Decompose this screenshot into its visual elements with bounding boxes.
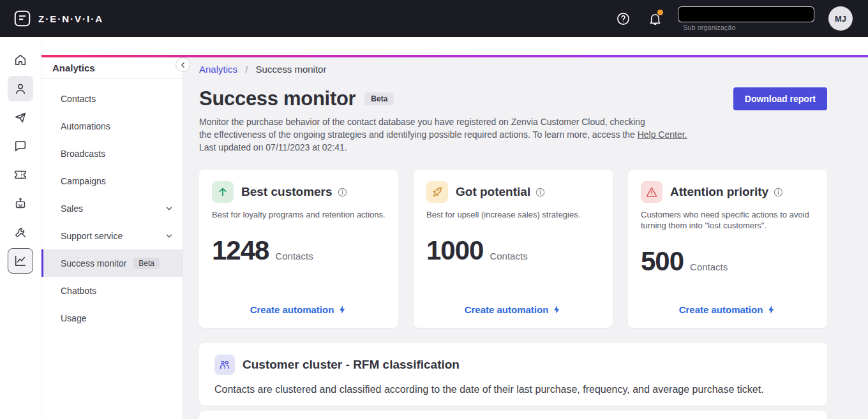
sidebar-item-automations[interactable]: Automations xyxy=(41,112,183,140)
card-value: 500 xyxy=(641,246,684,277)
sidebar-item-support-service[interactable]: Support service xyxy=(41,222,183,249)
info-icon[interactable] xyxy=(774,187,783,197)
card-value: 1248 xyxy=(212,235,269,266)
header-right: Sub organização MJ xyxy=(614,6,853,31)
card-best-customers: Best customers Best for loyalty programs… xyxy=(199,170,398,328)
lightning-bolt-icon xyxy=(552,305,562,314)
title-row: Success monitor Beta Download report xyxy=(199,87,827,110)
last-updated: Last updated on 07/11/2023 at 02:41. xyxy=(199,141,827,154)
help-circle-icon xyxy=(616,11,631,26)
tools-icon xyxy=(13,225,27,239)
chevron-down-icon xyxy=(165,232,174,240)
help-center-link[interactable]: Help Center. xyxy=(638,129,687,140)
chat-icon xyxy=(13,139,27,153)
contacts-icon xyxy=(13,82,27,96)
screen: Z·E·N·V·I·A Sub organização MJ xyxy=(0,0,868,419)
card-value-row: 500 Contacts xyxy=(641,246,814,277)
lightning-bolt-icon xyxy=(767,305,776,314)
rail-item-broadcasts[interactable] xyxy=(8,105,33,130)
sidebar-item-contacts[interactable]: Contacts xyxy=(41,85,183,112)
info-icon[interactable] xyxy=(338,187,347,197)
sidebar-item-label: Contacts xyxy=(61,94,96,104)
page-title: Success monitor xyxy=(199,88,355,110)
card-unit: Contacts xyxy=(275,251,313,261)
card-value: 1000 xyxy=(426,235,483,266)
breadcrumb: Analytics / Success monitor xyxy=(199,64,827,75)
card-attention-priority: Attention priority Customers who need sp… xyxy=(628,170,827,328)
beta-badge: Beta xyxy=(133,258,160,269)
card-title: Best customers xyxy=(241,185,333,199)
rocket-icon xyxy=(426,181,448,203)
right-of-rail: Analytics Contacts Automations Broad xyxy=(41,37,868,419)
page-beta-badge: Beta xyxy=(364,92,394,105)
brand: Z·E·N·V·I·A xyxy=(13,9,103,28)
create-automation-link[interactable]: Create automation xyxy=(250,304,348,315)
card-value-row: 1000 Contacts xyxy=(426,235,600,266)
help-button[interactable] xyxy=(614,10,632,27)
sidebar-item-label: Sales xyxy=(61,203,83,214)
chevron-down-icon xyxy=(165,204,174,213)
sidebar-item-label: Success monitor xyxy=(61,258,126,268)
rail-item-tools[interactable] xyxy=(8,219,33,245)
create-automation-link[interactable]: Create automation xyxy=(679,304,777,315)
card-title: Got potential xyxy=(456,185,530,199)
organization-selector[interactable]: Sub organização xyxy=(678,6,814,31)
sidebar-item-label: Usage xyxy=(61,313,86,323)
arrow-up-icon xyxy=(212,181,234,203)
rail-item-conversations[interactable] xyxy=(8,133,33,159)
card-subtitle: Best for upsell (increase sales) strateg… xyxy=(426,209,600,220)
breadcrumb-separator: / xyxy=(245,64,248,75)
sidebar-item-label: Broadcasts xyxy=(61,149,105,159)
description-line-2: the effectiveness of the ongoing strateg… xyxy=(199,128,827,141)
sidebar-item-chatbots[interactable]: Chatbots xyxy=(41,277,183,304)
card-header: Got potential xyxy=(426,181,600,203)
people-group-icon xyxy=(214,355,235,375)
sidebar-list: Contacts Automations Broadcasts Campaign… xyxy=(41,85,183,332)
download-report-button[interactable]: Download report xyxy=(733,87,827,110)
breadcrumb-analytics-link[interactable]: Analytics xyxy=(199,64,237,75)
info-icon[interactable] xyxy=(535,187,545,197)
card-got-potential: Got potential Best for upsell (increase … xyxy=(414,170,613,328)
sidebar-item-label: Automations xyxy=(61,121,110,131)
organization-name-redacted xyxy=(678,6,814,22)
sidebar-title: Analytics xyxy=(52,62,95,73)
bot-icon xyxy=(13,196,27,210)
sidebar-item-sales[interactable]: Sales xyxy=(41,195,183,222)
rail-item-chatbots[interactable] xyxy=(8,191,33,216)
app-header: Z·E·N·V·I·A Sub organização MJ xyxy=(0,0,868,37)
sidebar-item-broadcasts[interactable]: Broadcasts xyxy=(41,140,183,167)
breadcrumb-current: Success monitor xyxy=(256,64,327,75)
card-unit: Contacts xyxy=(490,251,527,261)
next-card-partial xyxy=(199,411,827,419)
brand-text: Z·E·N·V·I·A xyxy=(38,13,103,24)
title-left: Success monitor Beta xyxy=(199,88,394,110)
stat-cards: Best customers Best for loyalty programs… xyxy=(199,170,827,328)
card-header: Customer cluster - RFM classification xyxy=(214,355,812,375)
warning-icon xyxy=(641,181,662,203)
send-icon xyxy=(13,110,27,124)
panel-row: Analytics Contacts Automations Broad xyxy=(41,57,868,419)
page-description: Monitor the purchase behavior of the con… xyxy=(199,115,827,154)
zenvia-logo-icon xyxy=(13,9,32,28)
icon-rail xyxy=(0,37,41,419)
card-unit: Contacts xyxy=(690,261,728,272)
chevron-left-icon xyxy=(179,61,188,70)
rail-item-analytics[interactable] xyxy=(8,248,33,274)
card-subtitle: Best for loyalty programs and retention … xyxy=(212,209,385,220)
sidebar-item-campaigns[interactable]: Campaigns xyxy=(41,167,183,195)
rail-item-contacts[interactable] xyxy=(8,76,33,101)
rail-item-tickets[interactable] xyxy=(8,162,33,187)
sidebar-item-usage[interactable]: Usage xyxy=(41,304,183,332)
sidebar-collapse-button[interactable] xyxy=(176,57,190,72)
notifications-button[interactable] xyxy=(646,10,664,27)
cluster-card-description: Contacts are clustered and classified ac… xyxy=(214,384,812,395)
card-header: Best customers xyxy=(212,181,385,203)
lightning-bolt-icon xyxy=(338,305,347,314)
avatar[interactable]: MJ xyxy=(828,6,853,31)
rail-item-home[interactable] xyxy=(8,47,33,73)
app-body: Analytics Contacts Automations Broad xyxy=(0,37,868,419)
sidebar-item-success-monitor[interactable]: Success monitor Beta xyxy=(41,249,183,277)
home-icon xyxy=(13,53,27,67)
create-automation-link[interactable]: Create automation xyxy=(465,304,562,315)
customer-cluster-card: Customer cluster - RFM classification Co… xyxy=(199,343,827,406)
